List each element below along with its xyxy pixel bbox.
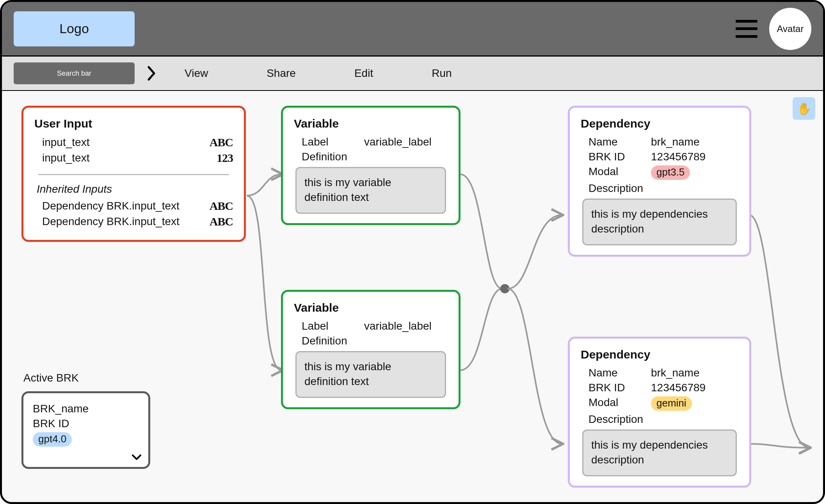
dependency-id-value: 123456789 — [651, 151, 706, 163]
dependency-name-value: brk_name — [651, 136, 700, 148]
chevron-down-icon[interactable] — [132, 454, 141, 461]
search-input[interactable]: Search bar — [14, 62, 135, 84]
hand-icon: ✋ — [797, 102, 811, 115]
avatar[interactable]: Avatar — [769, 8, 811, 50]
user-input-field-label: input_text — [42, 152, 89, 164]
variable-definition-key: Definition — [302, 335, 364, 347]
active-brk-selector[interactable]: BRK_name BRK ID gpt4.0 — [21, 391, 150, 469]
type-icon-abc: ABC — [210, 199, 233, 213]
node-user-input[interactable]: User Input input_text ABC input_text 123… — [21, 106, 246, 242]
modal-badge: gpt4.0 — [33, 432, 72, 447]
dependency-description-key: Description — [589, 182, 651, 195]
dependency-description-key: Description — [589, 413, 651, 426]
active-brk-heading: Active BRK — [23, 372, 79, 384]
variable-label-value: variable_label — [364, 136, 432, 148]
svg-point-0 — [500, 284, 510, 293]
logo[interactable]: Logo — [14, 11, 135, 46]
dependency-id-value: 123456789 — [651, 382, 706, 394]
type-icon-abc: ABC — [210, 136, 233, 149]
variable-definition-key: Definition — [302, 151, 364, 163]
variable-title: Variable — [294, 301, 448, 314]
menu-edit[interactable]: Edit — [354, 67, 373, 80]
dependency-name-key: Name — [589, 136, 651, 148]
user-input-title: User Input — [34, 117, 233, 130]
node-variable[interactable]: Variable Label variable_label Definition… — [281, 290, 461, 409]
dependency-name-value: brk_name — [651, 367, 700, 379]
user-input-field-label: input_text — [42, 136, 89, 149]
hamburger-menu-icon[interactable] — [736, 20, 757, 38]
modal-badge: gemini — [651, 396, 692, 411]
variable-label-value: variable_label — [364, 320, 432, 332]
active-brk-name: BRK_name — [33, 403, 139, 415]
hand-tool-button[interactable]: ✋ — [793, 97, 815, 120]
variable-label-key: Label — [302, 320, 364, 332]
node-dependency[interactable]: Dependency Name brk_name BRK ID 12345678… — [568, 337, 751, 488]
inherited-input-label: Dependency BRK.input_text — [42, 200, 180, 212]
inherited-input-label: Dependency BRK.input_text — [42, 215, 180, 228]
node-dependency[interactable]: Dependency Name brk_name BRK ID 12345678… — [568, 106, 751, 257]
dependency-modal-key: Modal — [589, 165, 651, 180]
dependency-title: Dependency — [581, 348, 738, 361]
node-variable[interactable]: Variable Label variable_label Definition… — [281, 106, 461, 225]
type-icon-123: 123 — [217, 151, 233, 165]
variable-definition-text[interactable]: this is my variable definition text — [295, 167, 446, 214]
divider — [38, 174, 229, 175]
dependency-name-key: Name — [589, 367, 651, 379]
dependency-id-key: BRK ID — [589, 151, 651, 163]
type-icon-abc: ABC — [210, 215, 233, 228]
dependency-title: Dependency — [581, 117, 738, 130]
menu-view[interactable]: View — [185, 67, 208, 80]
active-brk-id-label: BRK ID — [33, 417, 139, 430]
toolbar: Search bar View Share Edit Run — [2, 57, 823, 91]
menu-share[interactable]: Share — [267, 67, 296, 80]
chevron-right-icon — [146, 66, 157, 81]
variable-label-key: Label — [302, 136, 364, 148]
menu-run[interactable]: Run — [432, 67, 452, 80]
inherited-inputs-heading: Inherited Inputs — [37, 183, 233, 195]
modal-badge: gpt3.5 — [651, 165, 690, 180]
dependency-description-text[interactable]: this is my dependencies description — [582, 429, 737, 476]
variable-title: Variable — [294, 117, 448, 130]
dependency-id-key: BRK ID — [589, 382, 651, 394]
canvas[interactable]: ✋ User Input input_text ABC input_text 1… — [2, 91, 823, 502]
dependency-description-text[interactable]: this is my dependencies description — [582, 199, 737, 245]
variable-definition-text[interactable]: this is my variable definition text — [295, 351, 446, 398]
dependency-modal-key: Modal — [589, 396, 651, 411]
app-header: Logo Avatar — [2, 2, 823, 57]
